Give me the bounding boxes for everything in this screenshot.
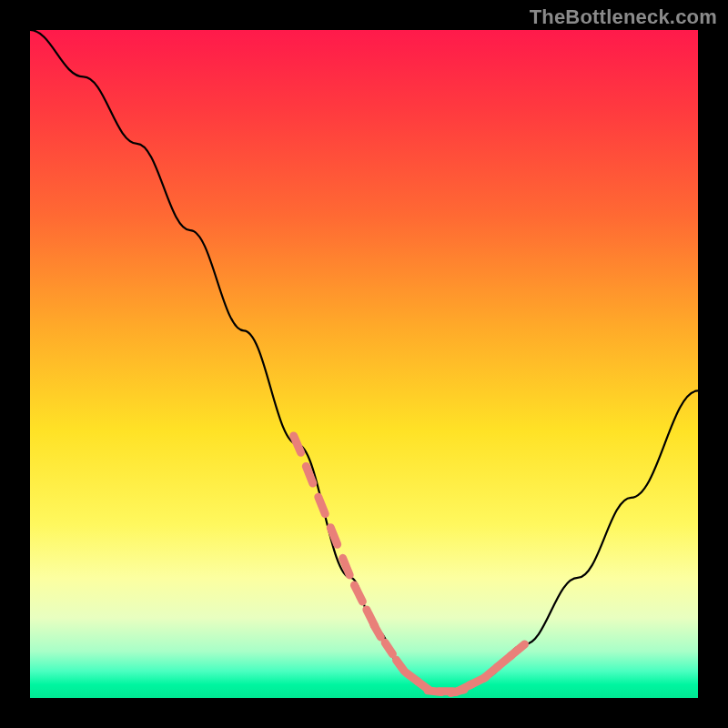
plot-area (30, 30, 698, 698)
watermark-text: TheBottleneck.com (530, 5, 717, 29)
chart-frame: TheBottleneck.com (0, 0, 728, 728)
